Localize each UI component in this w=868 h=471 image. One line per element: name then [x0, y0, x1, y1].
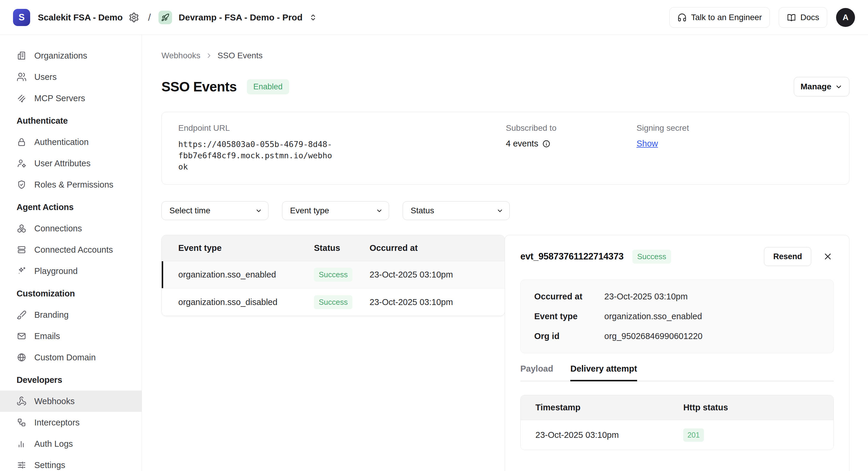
- sidebar-label: User Attributes: [34, 158, 90, 168]
- interceptor-icon: [17, 417, 27, 428]
- lock-icon: [17, 137, 27, 147]
- sidebar-item-branding[interactable]: Branding: [0, 304, 142, 325]
- show-secret-link[interactable]: Show: [637, 139, 658, 149]
- sidebar-label: Connected Accounts: [34, 245, 113, 255]
- select-time-dropdown[interactable]: Select time: [161, 201, 269, 220]
- subscribed-block: Subscribed to 4 events: [506, 123, 637, 173]
- close-icon[interactable]: [822, 251, 834, 262]
- breadcrumb-webhooks[interactable]: Webhooks: [161, 51, 200, 60]
- endpoint-url-value: https://405803a0-055b-4679-8d48-fbb7e6f4…: [178, 139, 334, 173]
- sidebar-label: Roles & Permissions: [34, 180, 114, 189]
- signing-secret-label: Signing secret: [637, 123, 833, 133]
- info-value: org_95026846990601220: [604, 331, 820, 341]
- status-dropdown[interactable]: Status: [403, 201, 510, 220]
- sidebar-item-user-attributes[interactable]: User Attributes: [0, 153, 142, 174]
- sidebar-item-settings[interactable]: Settings: [0, 454, 142, 471]
- sidebar-label: Interceptors: [34, 418, 80, 428]
- sidebar-item-interceptors[interactable]: Interceptors: [0, 412, 142, 433]
- subscribed-label: Subscribed to: [506, 123, 637, 133]
- sidebar-item-custom-domain[interactable]: Custom Domain: [0, 347, 142, 368]
- info-label: Event type: [534, 312, 604, 321]
- delivery-attempts-table: Timestamp Http status 23-Oct-2025 03:10p…: [520, 395, 834, 450]
- sidebar-label: Branding: [34, 310, 69, 320]
- sidebar-item-emails[interactable]: Emails: [0, 325, 142, 347]
- gear-icon[interactable]: [129, 12, 139, 23]
- chevron-right-icon: [205, 52, 213, 59]
- book-icon: [787, 13, 796, 22]
- top-bar: S Scalekit FSA - Demo / Devramp - FSA - …: [0, 0, 868, 35]
- sidebar-label: Emails: [34, 331, 60, 341]
- chevron-down-icon: [376, 207, 383, 214]
- workspace-switcher[interactable]: S Scalekit FSA - Demo: [13, 9, 139, 26]
- breadcrumb: Webhooks SSO Events: [161, 51, 849, 60]
- sidebar-item-organizations[interactable]: Organizations: [0, 45, 142, 66]
- unfold-icon[interactable]: [308, 13, 318, 22]
- info-label: Org id: [534, 331, 604, 341]
- talk-to-engineer-label: Talk to an Engineer: [691, 13, 762, 22]
- sidebar-item-users[interactable]: Users: [0, 66, 142, 88]
- cubes-icon: [17, 224, 27, 233]
- http-status-badge: 201: [683, 429, 704, 442]
- table-row[interactable]: organization.sso_enabled Success 23-Oct-…: [162, 261, 505, 289]
- manage-label: Manage: [801, 82, 831, 91]
- sidebar-item-auth-logs[interactable]: Auth Logs: [0, 433, 142, 454]
- globe-icon: [17, 352, 27, 362]
- column-occurred-at: Occurred at: [370, 243, 505, 253]
- sidebar-label: Playground: [34, 266, 78, 276]
- user-gear-icon: [17, 158, 27, 168]
- endpoint-url-block: Endpoint URL https://405803a0-055b-4679-…: [178, 123, 506, 173]
- sidebar-item-connected-accounts[interactable]: Connected Accounts: [0, 239, 142, 260]
- docs-button[interactable]: Docs: [779, 7, 827, 28]
- status-label: Status: [411, 206, 434, 215]
- info-value: organization.sso_enabled: [604, 312, 820, 321]
- info-label: Occurred at: [534, 292, 604, 301]
- column-status: Status: [314, 243, 370, 253]
- sidebar-item-playground[interactable]: Playground: [0, 260, 142, 282]
- sidebar-label: Organizations: [34, 51, 87, 61]
- sidebar-section-authenticate: Authenticate: [0, 110, 142, 131]
- users-icon: [17, 72, 27, 82]
- sidebar-section-developers: Developers: [0, 369, 142, 390]
- header-separator: /: [148, 11, 151, 23]
- sidebar-item-roles-permissions[interactable]: Roles & Permissions: [0, 174, 142, 195]
- sidebar-item-mcp-servers[interactable]: MCP Servers: [0, 88, 142, 109]
- column-timestamp: Timestamp: [521, 403, 683, 412]
- sidebar-label: MCP Servers: [34, 93, 85, 103]
- chevron-down-icon: [835, 83, 843, 91]
- sidebar-item-connections[interactable]: Connections: [0, 218, 142, 239]
- event-info-card: Occurred at 23-Oct-2025 03:10pm Event ty…: [520, 279, 834, 353]
- manage-button[interactable]: Manage: [794, 77, 849, 96]
- event-detail-panel: evt_95873761122714373 Success Resend Occ…: [505, 235, 849, 471]
- events-table: Event type Status Occurred at organizati…: [161, 235, 505, 316]
- enabled-badge: Enabled: [247, 79, 289, 94]
- table-row[interactable]: 23-Oct-2025 03:10pm 201: [521, 420, 833, 450]
- status-badge: Success: [314, 268, 352, 282]
- sidebar-label: Webhooks: [34, 396, 75, 406]
- events-table-header: Event type Status Occurred at: [162, 235, 505, 261]
- bar-chart-icon: [17, 439, 27, 449]
- building-icon: [17, 51, 27, 61]
- timestamp-cell: 23-Oct-2025 03:10pm: [521, 430, 683, 440]
- endpoint-url-label: Endpoint URL: [178, 123, 506, 133]
- talk-to-engineer-button[interactable]: Talk to an Engineer: [669, 7, 770, 28]
- page-header: SSO Events Enabled Manage: [161, 77, 849, 96]
- sidebar-item-webhooks[interactable]: Webhooks: [0, 390, 142, 412]
- tab-payload[interactable]: Payload: [520, 364, 553, 381]
- sidebar-label: Authentication: [34, 137, 89, 147]
- tab-delivery-attempt[interactable]: Delivery attempt: [570, 364, 637, 381]
- column-http-status: Http status: [683, 403, 833, 412]
- sliders-icon: [17, 460, 27, 470]
- environment-switcher[interactable]: Devramp - FSA - Demo - Prod: [158, 11, 318, 24]
- chevron-down-icon: [255, 207, 262, 214]
- event-type-cell: organization.sso_disabled: [162, 297, 314, 307]
- sidebar-item-authentication[interactable]: Authentication: [0, 131, 142, 153]
- info-icon[interactable]: [542, 139, 551, 148]
- select-time-label: Select time: [169, 206, 211, 215]
- event-type-dropdown[interactable]: Event type: [282, 201, 389, 220]
- chevron-down-icon: [496, 207, 503, 214]
- table-row[interactable]: organization.sso_disabled Success 23-Oct…: [162, 289, 505, 316]
- page-title: SSO Events: [161, 79, 237, 95]
- resend-button[interactable]: Resend: [764, 247, 811, 266]
- avatar[interactable]: A: [836, 8, 855, 27]
- sidebar: Organizations Users MCP Servers Authenti…: [0, 35, 142, 471]
